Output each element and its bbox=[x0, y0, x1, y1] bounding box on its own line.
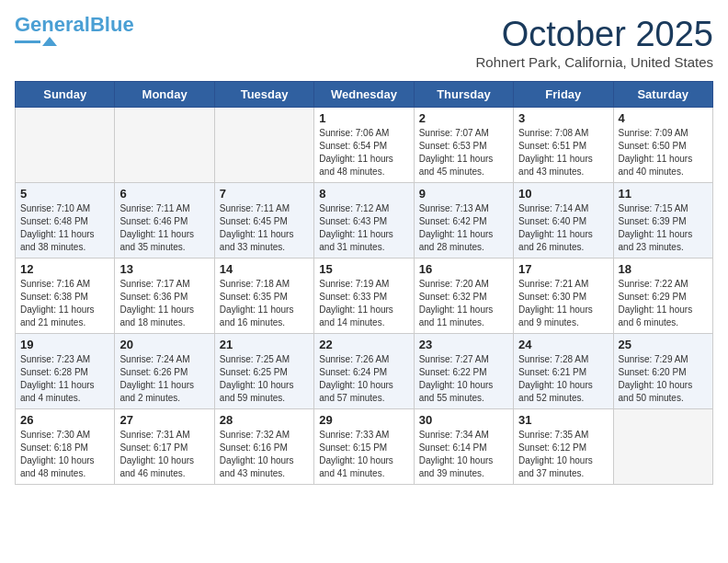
day-number: 11 bbox=[619, 187, 708, 201]
day-number: 4 bbox=[619, 111, 708, 125]
calendar-cell bbox=[613, 409, 712, 485]
weekday-header-saturday: Saturday bbox=[613, 82, 712, 108]
calendar-cell: 10Sunrise: 7:14 AMSunset: 6:40 PMDayligh… bbox=[514, 183, 613, 259]
day-number: 10 bbox=[518, 187, 608, 201]
calendar-cell: 16Sunrise: 7:20 AMSunset: 6:32 PMDayligh… bbox=[414, 259, 513, 334]
day-info: Sunrise: 7:35 AMSunset: 6:12 PMDaylight:… bbox=[518, 429, 608, 480]
day-info: Sunrise: 7:28 AMSunset: 6:21 PMDaylight:… bbox=[518, 353, 608, 405]
calendar-cell: 27Sunrise: 7:31 AMSunset: 6:17 PMDayligh… bbox=[115, 409, 214, 485]
day-number: 31 bbox=[518, 413, 608, 427]
weekday-header-wednesday: Wednesday bbox=[314, 82, 414, 108]
calendar-week-5: 26Sunrise: 7:30 AMSunset: 6:18 PMDayligh… bbox=[16, 409, 713, 485]
day-info: Sunrise: 7:30 AMSunset: 6:18 PMDaylight:… bbox=[20, 429, 109, 480]
day-number: 18 bbox=[619, 262, 708, 276]
calendar-cell: 25Sunrise: 7:29 AMSunset: 6:20 PMDayligh… bbox=[613, 334, 712, 409]
day-info: Sunrise: 7:11 AMSunset: 6:45 PMDaylight:… bbox=[220, 202, 309, 254]
day-number: 26 bbox=[20, 413, 109, 427]
calendar-cell: 6Sunrise: 7:11 AMSunset: 6:46 PMDaylight… bbox=[115, 183, 214, 259]
day-number: 3 bbox=[518, 111, 608, 125]
logo-general: General bbox=[15, 13, 90, 36]
calendar-cell: 4Sunrise: 7:09 AMSunset: 6:50 PMDaylight… bbox=[613, 108, 712, 183]
day-info: Sunrise: 7:10 AMSunset: 6:48 PMDaylight:… bbox=[20, 202, 109, 254]
day-number: 14 bbox=[220, 262, 309, 276]
calendar-cell: 15Sunrise: 7:19 AMSunset: 6:33 PMDayligh… bbox=[314, 259, 414, 334]
day-info: Sunrise: 7:25 AMSunset: 6:25 PMDaylight:… bbox=[220, 353, 309, 405]
day-info: Sunrise: 7:24 AMSunset: 6:26 PMDaylight:… bbox=[119, 353, 209, 405]
calendar-week-3: 12Sunrise: 7:16 AMSunset: 6:38 PMDayligh… bbox=[16, 259, 713, 334]
logo-icon bbox=[42, 37, 57, 46]
calendar-cell: 29Sunrise: 7:33 AMSunset: 6:15 PMDayligh… bbox=[314, 409, 414, 485]
calendar-week-1: 1Sunrise: 7:06 AMSunset: 6:54 PMDaylight… bbox=[16, 108, 713, 183]
calendar-cell bbox=[115, 108, 214, 183]
calendar-cell: 17Sunrise: 7:21 AMSunset: 6:30 PMDayligh… bbox=[514, 259, 613, 334]
calendar-cell: 2Sunrise: 7:07 AMSunset: 6:53 PMDaylight… bbox=[414, 108, 513, 183]
calendar-cell: 7Sunrise: 7:11 AMSunset: 6:45 PMDaylight… bbox=[214, 183, 313, 259]
day-number: 19 bbox=[20, 338, 109, 351]
logo-text: GeneralBlue bbox=[15, 15, 134, 35]
calendar-cell: 31Sunrise: 7:35 AMSunset: 6:12 PMDayligh… bbox=[514, 409, 613, 485]
day-info: Sunrise: 7:19 AMSunset: 6:33 PMDaylight:… bbox=[319, 278, 408, 329]
day-info: Sunrise: 7:32 AMSunset: 6:16 PMDaylight:… bbox=[220, 429, 309, 480]
day-number: 23 bbox=[419, 338, 508, 351]
day-info: Sunrise: 7:12 AMSunset: 6:43 PMDaylight:… bbox=[319, 202, 408, 254]
calendar-cell: 12Sunrise: 7:16 AMSunset: 6:38 PMDayligh… bbox=[16, 259, 115, 334]
day-number: 22 bbox=[319, 338, 408, 351]
page-header: GeneralBlue October 2025 Rohnert Park, C… bbox=[15, 15, 713, 70]
day-info: Sunrise: 7:13 AMSunset: 6:42 PMDaylight:… bbox=[419, 202, 508, 254]
day-number: 16 bbox=[419, 262, 508, 276]
day-number: 13 bbox=[119, 262, 209, 276]
svg-marker-0 bbox=[42, 37, 57, 46]
day-number: 7 bbox=[220, 187, 309, 201]
calendar-cell: 9Sunrise: 7:13 AMSunset: 6:42 PMDaylight… bbox=[414, 183, 513, 259]
day-info: Sunrise: 7:20 AMSunset: 6:32 PMDaylight:… bbox=[419, 278, 508, 329]
title-block: October 2025 Rohnert Park, California, U… bbox=[476, 15, 713, 70]
calendar-cell: 1Sunrise: 7:06 AMSunset: 6:54 PMDaylight… bbox=[314, 108, 414, 183]
day-info: Sunrise: 7:06 AMSunset: 6:54 PMDaylight:… bbox=[319, 127, 408, 178]
weekday-header-friday: Friday bbox=[514, 82, 613, 108]
location: Rohnert Park, California, United States bbox=[476, 54, 713, 70]
day-info: Sunrise: 7:21 AMSunset: 6:30 PMDaylight:… bbox=[518, 278, 608, 329]
day-info: Sunrise: 7:16 AMSunset: 6:38 PMDaylight:… bbox=[20, 278, 109, 329]
day-number: 30 bbox=[419, 413, 508, 427]
day-number: 1 bbox=[319, 111, 408, 125]
logo-blue: Blue bbox=[90, 13, 134, 36]
calendar-cell: 22Sunrise: 7:26 AMSunset: 6:24 PMDayligh… bbox=[314, 334, 414, 409]
calendar-table: SundayMondayTuesdayWednesdayThursdayFrid… bbox=[15, 81, 713, 485]
day-number: 2 bbox=[419, 111, 508, 125]
calendar-cell bbox=[214, 108, 313, 183]
day-number: 6 bbox=[119, 187, 209, 201]
calendar-cell: 19Sunrise: 7:23 AMSunset: 6:28 PMDayligh… bbox=[16, 334, 115, 409]
month-title: October 2025 bbox=[476, 15, 713, 54]
calendar-cell: 23Sunrise: 7:27 AMSunset: 6:22 PMDayligh… bbox=[414, 334, 513, 409]
day-number: 25 bbox=[619, 338, 708, 351]
calendar-cell: 5Sunrise: 7:10 AMSunset: 6:48 PMDaylight… bbox=[16, 183, 115, 259]
day-info: Sunrise: 7:07 AMSunset: 6:53 PMDaylight:… bbox=[419, 127, 508, 178]
weekday-header-monday: Monday bbox=[115, 82, 214, 108]
day-number: 8 bbox=[319, 187, 408, 201]
calendar-cell: 3Sunrise: 7:08 AMSunset: 6:51 PMDaylight… bbox=[514, 108, 613, 183]
day-number: 12 bbox=[20, 262, 109, 276]
calendar-cell: 28Sunrise: 7:32 AMSunset: 6:16 PMDayligh… bbox=[214, 409, 313, 485]
calendar-cell: 21Sunrise: 7:25 AMSunset: 6:25 PMDayligh… bbox=[214, 334, 313, 409]
day-number: 5 bbox=[20, 187, 109, 201]
calendar-cell: 20Sunrise: 7:24 AMSunset: 6:26 PMDayligh… bbox=[115, 334, 214, 409]
day-number: 29 bbox=[319, 413, 408, 427]
day-info: Sunrise: 7:34 AMSunset: 6:14 PMDaylight:… bbox=[419, 429, 508, 480]
calendar-cell: 30Sunrise: 7:34 AMSunset: 6:14 PMDayligh… bbox=[414, 409, 513, 485]
day-number: 15 bbox=[319, 262, 408, 276]
logo-underline bbox=[15, 40, 40, 43]
calendar-cell: 26Sunrise: 7:30 AMSunset: 6:18 PMDayligh… bbox=[16, 409, 115, 485]
calendar-cell: 14Sunrise: 7:18 AMSunset: 6:35 PMDayligh… bbox=[214, 259, 313, 334]
calendar-cell: 8Sunrise: 7:12 AMSunset: 6:43 PMDaylight… bbox=[314, 183, 414, 259]
day-info: Sunrise: 7:14 AMSunset: 6:40 PMDaylight:… bbox=[518, 202, 608, 254]
day-number: 27 bbox=[119, 413, 209, 427]
weekday-header-thursday: Thursday bbox=[414, 82, 513, 108]
weekday-header-tuesday: Tuesday bbox=[214, 82, 313, 108]
day-number: 9 bbox=[419, 187, 508, 201]
weekday-header-row: SundayMondayTuesdayWednesdayThursdayFrid… bbox=[16, 82, 713, 108]
day-info: Sunrise: 7:22 AMSunset: 6:29 PMDaylight:… bbox=[619, 278, 708, 329]
day-info: Sunrise: 7:11 AMSunset: 6:46 PMDaylight:… bbox=[119, 202, 209, 254]
logo: GeneralBlue bbox=[15, 15, 134, 46]
day-number: 17 bbox=[518, 262, 608, 276]
day-info: Sunrise: 7:27 AMSunset: 6:22 PMDaylight:… bbox=[419, 353, 508, 405]
